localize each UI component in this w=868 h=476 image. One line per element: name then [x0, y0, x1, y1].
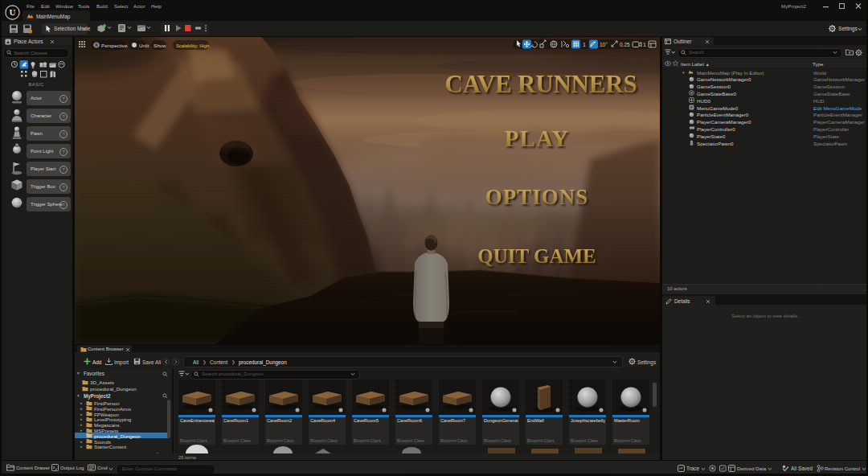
svg-text:10°: 10° [600, 42, 608, 47]
svg-text:U: U [10, 7, 16, 17]
svg-text:1: 1 [583, 42, 586, 47]
svg-text:1: 1 [643, 42, 646, 47]
svg-text:0.25: 0.25 [620, 42, 630, 47]
